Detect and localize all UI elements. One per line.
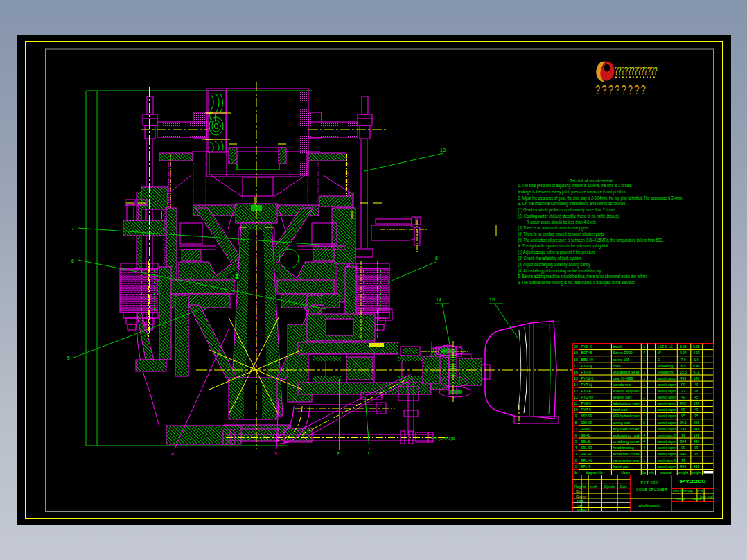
svg-text:1: 1 [643, 364, 645, 368]
svg-text:4.04: 4.04 [680, 351, 687, 355]
svg-text:4: 4 [575, 446, 577, 450]
svg-text:D: D [658, 358, 660, 362]
svg-text:Date: Date [620, 485, 627, 489]
svg-text:assembly diagram: assembly diagram [658, 427, 676, 431]
svg-text:LSZ D-LS: LSZ D-LS [658, 344, 674, 349]
svg-text:(4) All installing parts coupl: (4) All installing parts coupling on the… [518, 268, 602, 274]
svg-text:adjuster cover: adjuster cover [613, 427, 640, 431]
svg-text:1: 1 [643, 358, 645, 362]
svg-text:49: 49 [681, 395, 685, 399]
svg-text:11: 11 [574, 401, 577, 405]
svg-text:662-99: 662-99 [581, 414, 592, 418]
svg-text:3. On the machine lubricating: 3. On the machine lubricating installati… [518, 201, 626, 207]
svg-text:99: 99 [694, 452, 698, 456]
svg-text:499: 499 [680, 376, 687, 380]
svg-text:13: 13 [440, 148, 446, 152]
svg-text:lubricating part: lubricating part [613, 401, 640, 405]
svg-text:BB9-49: BB9-49 [581, 358, 593, 362]
svg-text:installing seal: installing seal [613, 370, 640, 374]
svg-text:bush: bush [613, 364, 621, 368]
svg-text:????????: ???????? [595, 83, 647, 97]
svg-text:(1) Gearbox whole performs con: (1) Gearbox whole performs continuously … [518, 207, 615, 213]
svg-text:1: 1 [643, 452, 645, 456]
svg-text:weight: weight [678, 471, 689, 475]
svg-text:sealing part: sealing part [613, 395, 632, 399]
svg-text:juanda seal: juanda seal [613, 383, 632, 387]
svg-text:6: 6 [71, 259, 74, 263]
svg-text:r wl: r wl [698, 489, 703, 493]
svg-text:99L-9L: 99L-9L [581, 452, 592, 456]
svg-text:spring part: spring part [613, 421, 631, 425]
svg-text:?????????????: ????????????? [615, 64, 657, 77]
svg-text:R udder space should be less t: R udder space should be less than 4 leve… [527, 220, 596, 225]
svg-text:PYT-6: PYT-6 [581, 370, 592, 374]
svg-text:S/gnshr: S/gnshr [604, 485, 615, 489]
svg-text:99C: 99C [680, 401, 687, 405]
svg-text:99: 99 [681, 408, 685, 412]
svg-text:1: 1 [643, 427, 645, 431]
svg-text:994: 994 [680, 439, 687, 444]
svg-text:assembly diagram: assembly diagram [658, 389, 676, 393]
svg-text:wqvwr: wqvwr [693, 498, 702, 501]
svg-text:crushing cone: crushing cone [613, 439, 640, 444]
svg-text:1: 1 [643, 389, 645, 393]
svg-text:Name: Name [622, 471, 631, 475]
svg-text:99L-99: 99L-99 [581, 446, 592, 450]
svg-text:PY9-aj: PY9-aj [581, 364, 592, 368]
svg-text:14: 14 [436, 297, 441, 302]
svg-text:brazil: brazil [613, 344, 622, 349]
svg-text:assembly diagram DC: assembly diagram DC [658, 458, 676, 462]
svg-text:assembly diagram: assembly diagram [658, 446, 676, 450]
svg-text:m/n: m/n [649, 471, 654, 475]
svg-text:999: 999 [680, 464, 687, 469]
svg-text:5.05: 5.05 [680, 344, 687, 349]
svg-text:5: 5 [575, 439, 577, 444]
svg-text:diagram No.: diagram No. [586, 471, 604, 475]
svg-text:15: 15 [574, 376, 578, 380]
svg-text:199: 199 [694, 433, 700, 437]
svg-text:whole casing: whole casing [638, 503, 661, 507]
svg-text:8: 8 [435, 256, 438, 261]
svg-text:1: 1 [575, 464, 577, 469]
svg-text:140: 140 [694, 376, 700, 380]
svg-text:16: 16 [574, 370, 578, 374]
svg-text:Chmrg: Chmrg [576, 494, 586, 498]
svg-text:199: 199 [694, 401, 700, 405]
svg-text:95: 95 [694, 414, 698, 418]
svg-text:9: 9 [643, 421, 645, 425]
svg-text:frame part: frame part [613, 464, 630, 469]
svg-text:PY2-99: PY2-99 [581, 395, 593, 399]
svg-text:Chy: Chy [576, 489, 582, 493]
svg-text:PYT 288: PYT 288 [641, 480, 658, 484]
svg-text:99: 99 [681, 433, 685, 437]
svg-text:(4) There is no contact moved: (4) There is no contact moved between bl… [518, 231, 604, 237]
svg-text:(2) Cooling water (bolus) stea: (2) Cooling water (bolus) steadily, ther… [518, 213, 620, 219]
svg-text:assembly diagram: assembly diagram [658, 421, 676, 425]
svg-text:3: 3 [575, 452, 577, 456]
svg-text:assembly diagram: assembly diagram [658, 401, 676, 405]
svg-text:946: 946 [680, 452, 687, 456]
svg-text:91.1: 91.1 [693, 370, 700, 374]
svg-text:999: 999 [694, 421, 700, 425]
svg-text:2: 2 [575, 458, 577, 462]
svg-text:assembly diagram: assembly diagram [658, 439, 676, 444]
svg-text:999: 999 [694, 464, 700, 469]
svg-text:98: 98 [694, 389, 698, 393]
svg-text:eccentric equipment: eccentric equipment [613, 389, 640, 393]
svg-text:assembly diagram: assembly diagram [658, 383, 676, 387]
svg-text:mhn t/grw wqt: mhn t/grw wqt [673, 489, 693, 493]
svg-text:18: 18 [574, 358, 578, 362]
svg-text:assembly diagram: assembly diagram [658, 376, 676, 380]
svg-text:(5) The lubrication oil pressu: (5) The lubrication oil pressure is betw… [518, 238, 664, 243]
svg-text:7.9: 7.9 [681, 358, 686, 362]
svg-text:eccentric cone: eccentric cone [613, 452, 640, 456]
svg-text:4: 4 [643, 433, 645, 437]
svg-text:3: 3 [274, 451, 277, 456]
svg-text:4: 4 [171, 451, 174, 456]
svg-text:99-49: 99-49 [581, 427, 590, 431]
svg-text:assembly diagram: assembly diagram [658, 464, 676, 469]
svg-text:PYT-6: PYT-6 [581, 389, 592, 393]
svg-text:6.9: 6.9 [681, 364, 686, 368]
svg-text:5: 5 [67, 356, 70, 360]
svg-text:45: 45 [694, 395, 698, 399]
